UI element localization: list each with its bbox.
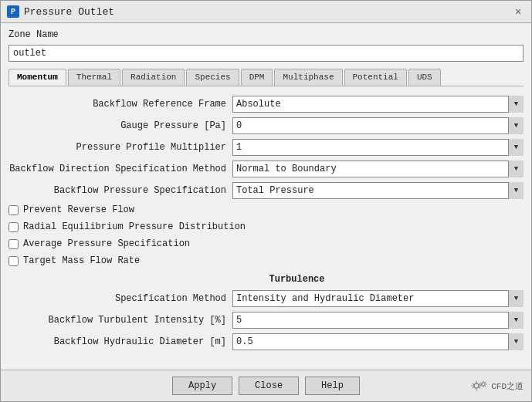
backflow-direction-label: Backflow Direction Specification Method xyxy=(8,164,232,174)
backflow-direction-select[interactable]: Normal to Boundary xyxy=(232,160,524,177)
turb-intensity-row: Backflow Turbulent Intensity [%] ▼ xyxy=(8,311,524,329)
tab-uds[interactable]: UDS xyxy=(408,69,441,86)
apply-button[interactable]: Apply xyxy=(172,377,232,395)
target-mass-flow-label: Target Mass Flow Rate xyxy=(23,255,140,266)
title-bar: P Pressure Outlet × xyxy=(1,1,531,23)
avg-pressure-spec-label: Average Pressure Specification xyxy=(23,238,190,249)
backflow-ref-frame-row: Backflow Reference Frame Absolute ▼ xyxy=(8,95,524,113)
title-bar-left: P Pressure Outlet xyxy=(7,5,114,18)
tab-momentum[interactable]: Momentum xyxy=(8,69,66,86)
target-mass-flow-checkbox[interactable] xyxy=(8,256,19,266)
tab-multiphase[interactable]: Multiphase xyxy=(274,69,342,86)
avg-pressure-spec-row: Average Pressure Specification xyxy=(8,237,524,251)
gauge-pressure-input[interactable] xyxy=(232,117,524,134)
turb-spec-method-row: Specification Method Intensity and Hydra… xyxy=(8,289,524,308)
gauge-pressure-input-wrapper: ▼ xyxy=(232,117,524,134)
target-mass-flow-row: Target Mass Flow Rate xyxy=(8,254,524,268)
brand-area: CFD之道 xyxy=(360,379,524,393)
tab-bar: Momentum Thermal Radiation Species DPM M… xyxy=(8,69,524,86)
prevent-reverse-flow-row: Prevent Reverse Flow xyxy=(8,203,524,217)
turb-spec-method-label: Specification Method xyxy=(8,293,232,304)
tab-species[interactable]: Species xyxy=(186,69,239,86)
backflow-ref-frame-select[interactable]: Absolute xyxy=(232,96,524,113)
turb-intensity-label: Backflow Turbulent Intensity [%] xyxy=(8,315,232,326)
backflow-pressure-spec-row: Backflow Pressure Specification Total Pr… xyxy=(8,181,524,200)
pressure-profile-input[interactable] xyxy=(232,139,524,156)
brand-label: CFD之道 xyxy=(491,380,524,392)
turb-hydraulic-diameter-row: Backflow Hydraulic Diameter [m] ▼ xyxy=(8,333,524,351)
gauge-pressure-label: Gauge Pressure [Pa] xyxy=(8,120,232,131)
turb-intensity-input[interactable] xyxy=(232,312,524,329)
backflow-pressure-spec-select-wrapper: Total Pressure ▼ xyxy=(232,182,524,199)
turb-hydraulic-diameter-input-wrapper: ▼ xyxy=(232,333,524,350)
zone-name-input[interactable] xyxy=(8,45,524,62)
close-window-button[interactable]: × xyxy=(511,5,525,19)
pressure-outlet-dialog: P Pressure Outlet × Zone Name Momentum T… xyxy=(0,0,532,402)
window-title: Pressure Outlet xyxy=(24,6,114,18)
tab-radiation[interactable]: Radiation xyxy=(122,69,185,86)
turb-hydraulic-diameter-label: Backflow Hydraulic Diameter [m] xyxy=(8,336,232,347)
backflow-ref-frame-select-wrapper: Absolute ▼ xyxy=(232,96,524,113)
tab-thermal[interactable]: Thermal xyxy=(68,69,120,86)
tab-potential[interactable]: Potential xyxy=(344,69,407,86)
turbulence-section-title: Turbulence xyxy=(70,274,524,285)
turb-intensity-input-wrapper: ▼ xyxy=(232,312,524,329)
backflow-pressure-spec-select[interactable]: Total Pressure xyxy=(232,182,524,199)
dialog-content: Zone Name Momentum Thermal Radiation Spe… xyxy=(1,23,531,370)
help-button[interactable]: Help xyxy=(305,377,360,395)
tab-dpm[interactable]: DPM xyxy=(241,69,273,86)
prevent-reverse-flow-label: Prevent Reverse Flow xyxy=(23,204,134,215)
gauge-pressure-row: Gauge Pressure [Pa] ▼ xyxy=(8,117,524,135)
radial-eq-pressure-label: Radial Equilibrium Pressure Distribution xyxy=(23,221,246,232)
backflow-ref-frame-label: Backflow Reference Frame xyxy=(8,99,232,110)
footer-buttons: Apply Close Help xyxy=(172,377,360,395)
brand-gear-icon xyxy=(471,379,488,393)
svg-point-0 xyxy=(474,383,479,388)
momentum-panel: Backflow Reference Frame Absolute ▼ Gaug… xyxy=(8,90,524,363)
backflow-direction-select-wrapper: Normal to Boundary ▼ xyxy=(232,160,524,177)
pressure-profile-label: Pressure Profile Multiplier xyxy=(8,142,232,153)
backflow-direction-row: Backflow Direction Specification Method … xyxy=(8,160,524,178)
turb-hydraulic-diameter-input[interactable] xyxy=(232,333,524,350)
dialog-footer: Apply Close Help CFD之道 xyxy=(1,370,531,401)
turb-spec-method-select-wrapper: Intensity and Hydraulic Diameter ▼ xyxy=(232,290,524,307)
prevent-reverse-flow-checkbox[interactable] xyxy=(8,205,19,215)
pressure-profile-row: Pressure Profile Multiplier ▼ xyxy=(8,138,524,157)
zone-name-label: Zone Name xyxy=(8,29,524,40)
pressure-profile-input-wrapper: ▼ xyxy=(232,139,524,156)
avg-pressure-spec-checkbox[interactable] xyxy=(8,239,19,249)
close-dialog-button[interactable]: Close xyxy=(239,377,299,395)
turb-spec-method-select[interactable]: Intensity and Hydraulic Diameter xyxy=(232,290,524,307)
radial-eq-pressure-row: Radial Equilibrium Pressure Distribution xyxy=(8,220,524,234)
backflow-pressure-spec-label: Backflow Pressure Specification xyxy=(8,185,232,196)
radial-eq-pressure-checkbox[interactable] xyxy=(8,222,19,232)
window-icon: P xyxy=(7,5,19,18)
